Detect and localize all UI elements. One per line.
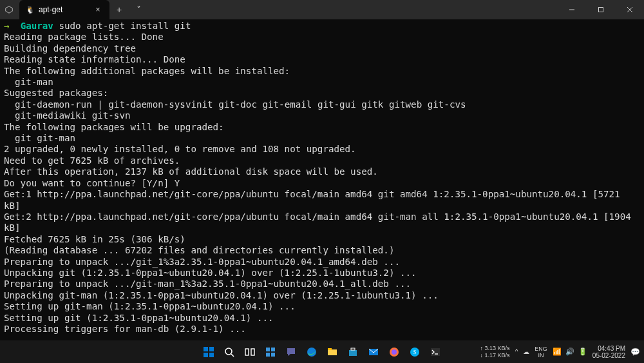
tab-title: apt-get <box>39 5 89 14</box>
svg-marker-0 <box>6 6 13 14</box>
svg-point-24 <box>392 349 397 355</box>
svg-rect-14 <box>271 348 275 351</box>
penguin-icon: 🐧 <box>26 6 35 14</box>
svg-line-10 <box>231 354 234 357</box>
taskbar-center: S <box>200 343 444 361</box>
tab-close-button[interactable]: × <box>93 5 103 15</box>
svg-rect-12 <box>251 349 254 355</box>
clock[interactable]: 04:43 PM 05-02-2022 <box>592 345 625 359</box>
window-titlebar: 🐧 apt-get × + ˅ <box>0 0 644 19</box>
lang-bottom: IN <box>538 352 544 358</box>
start-button[interactable] <box>200 343 218 361</box>
app-menu-icon[interactable] <box>0 0 18 19</box>
network-speed[interactable]: ↑ 3.13 KB/s ↓ 1.17 KB/s <box>480 345 510 359</box>
wifi-icon[interactable]: 📶 <box>553 348 562 356</box>
mail-icon[interactable] <box>365 343 383 361</box>
terminal-output: Reading package lists... Done Building d… <box>4 32 636 334</box>
store-icon[interactable] <box>344 343 362 361</box>
taskbar-right: ↑ 3.13 KB/s ↓ 1.17 KB/s ^ ☁ ENG IN 📶 🔊 🔋… <box>480 340 640 363</box>
svg-rect-18 <box>328 349 337 355</box>
chat-icon[interactable] <box>282 343 300 361</box>
search-icon[interactable] <box>220 343 238 361</box>
titlebar-left: 🐧 apt-get × + ˅ <box>0 0 148 19</box>
maximize-button[interactable] <box>586 0 615 19</box>
widgets-icon[interactable] <box>261 343 279 361</box>
language-indicator[interactable]: ENG IN <box>535 346 547 358</box>
svg-text:S: S <box>413 349 416 355</box>
minimize-button[interactable] <box>557 0 586 19</box>
task-view-icon[interactable] <box>241 343 259 361</box>
svg-rect-16 <box>271 353 275 357</box>
system-tray: 📶 🔊 🔋 <box>553 348 587 356</box>
time-text: 04:43 PM <box>598 345 625 352</box>
command-text: sudo apt-get install git <box>59 21 191 31</box>
windows-taskbar: S ↑ 3.13 KB/s ↓ 1.17 KB/s ^ ☁ ENG IN 📶 🔊… <box>0 340 644 363</box>
new-tab-button[interactable]: + <box>109 0 129 19</box>
edge-icon[interactable] <box>303 343 321 361</box>
skype-icon[interactable]: S <box>406 343 424 361</box>
svg-rect-15 <box>266 353 270 357</box>
svg-rect-27 <box>431 348 440 356</box>
prompt-user: Gaurav <box>21 21 59 31</box>
date-text: 05-02-2022 <box>592 352 625 359</box>
terminal-icon[interactable] <box>426 343 444 361</box>
tab-dropdown-button[interactable]: ˅ <box>129 0 148 19</box>
svg-rect-19 <box>328 348 332 350</box>
lang-top: ENG <box>535 346 547 352</box>
close-window-button[interactable] <box>615 0 644 19</box>
tab-apt-get[interactable]: 🐧 apt-get × <box>19 0 109 19</box>
window-controls <box>557 0 644 19</box>
net-down: ↓ 1.17 KB/s <box>480 352 510 359</box>
svg-rect-6 <box>209 347 214 351</box>
volume-icon[interactable]: 🔊 <box>565 348 574 356</box>
net-up: ↑ 3.13 KB/s <box>480 345 510 352</box>
onedrive-icon[interactable]: ☁ <box>523 348 529 355</box>
terminal-viewport[interactable]: → Gaurav sudo apt-get install git Readin… <box>0 19 644 340</box>
battery-icon[interactable]: 🔋 <box>578 348 587 356</box>
svg-point-9 <box>225 348 232 355</box>
tray-chevron-icon[interactable]: ^ <box>515 348 518 355</box>
svg-rect-20 <box>349 350 357 356</box>
svg-rect-2 <box>598 8 603 12</box>
file-explorer-icon[interactable] <box>323 343 341 361</box>
svg-rect-21 <box>351 348 355 350</box>
firefox-icon[interactable] <box>385 343 403 361</box>
svg-rect-11 <box>245 349 249 355</box>
prompt-arrow: → <box>4 21 21 31</box>
svg-rect-8 <box>209 353 214 357</box>
svg-rect-5 <box>204 347 208 351</box>
notifications-icon[interactable]: 💬 <box>630 348 640 357</box>
svg-rect-7 <box>204 353 208 357</box>
svg-rect-13 <box>266 348 270 351</box>
